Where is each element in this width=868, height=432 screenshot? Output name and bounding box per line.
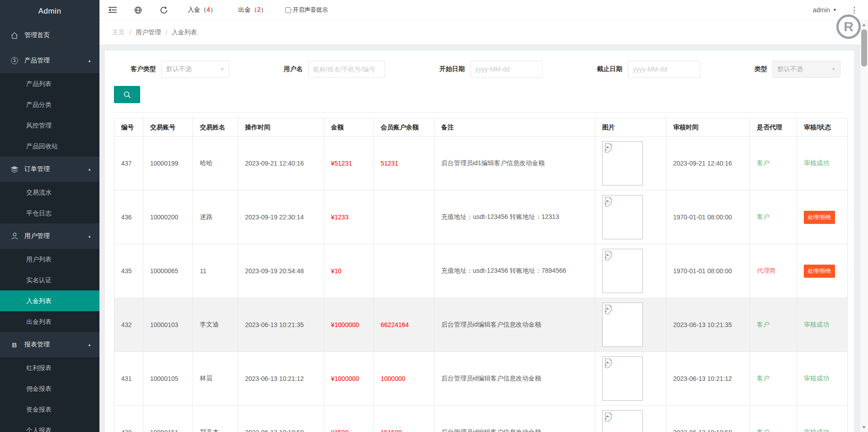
globe-icon[interactable] [125, 0, 151, 20]
broken-image-icon [604, 143, 613, 153]
cell-review-time: 2023-06-13 10:21:12 [666, 352, 750, 406]
sound-alert-checkbox[interactable] [285, 7, 291, 13]
sidebar-item-user-mgmt[interactable]: 用户管理▲ [0, 223, 99, 249]
process-reject-button[interactable]: 处理/拒绝 [804, 265, 835, 278]
cell-review-time: 2023-06-13 10:18:50 [666, 406, 750, 432]
cell-image [595, 244, 666, 298]
cell-agent: 客户 [750, 298, 797, 352]
sidebar-item-label: 佣金报表 [26, 385, 52, 392]
sound-alert-toggle[interactable]: 开启声音提示 [285, 6, 328, 14]
sidebar: Admin 管理首页$产品管理▲产品列表产品分类风控管理产品回收站订单管理▲交易… [0, 0, 99, 432]
table-row: 43710000199哈哈2023-09-21 12:40:16¥5123151… [114, 137, 848, 190]
cell-agent: 客户 [750, 406, 797, 432]
sidebar-item-product-category[interactable]: 产品分类 [0, 94, 99, 115]
end-date-input[interactable] [628, 61, 700, 78]
dollar-icon: $ [10, 57, 19, 64]
table-row: 43110000105林晨2023-06-13 10:21:12¥1000000… [114, 352, 848, 406]
agent-type-text: 客户 [757, 321, 769, 328]
report-icon: B [10, 341, 19, 349]
sidebar-item-product-mgmt[interactable]: $产品管理▲ [0, 48, 99, 73]
agent-type-text: 客户 [757, 159, 769, 166]
chevron-up-icon: ▲ [88, 167, 91, 171]
sidebar-item-product-recycle[interactable]: 产品回收站 [0, 136, 99, 157]
sidebar-item-withdraw-list[interactable]: 出金列表 [0, 311, 99, 332]
cell-id: 432 [114, 298, 143, 352]
sidebar-item-trade-flow[interactable]: 交易流水 [0, 182, 99, 203]
attachment-image[interactable] [602, 141, 643, 185]
sidebar-item-label: 用户列表 [26, 256, 52, 263]
status-text: 审核成功 [804, 375, 829, 382]
sidebar-item-deposit-list[interactable]: 入金列表 [0, 290, 99, 311]
column-header: 交易账号 [143, 119, 193, 137]
sidebar-item-product-list[interactable]: 产品列表 [0, 73, 99, 94]
user-menu[interactable]: admin ▼ [813, 6, 837, 14]
cell-op-time: 2023-06-13 10:21:35 [238, 298, 324, 352]
sidebar-item-label: 订单管理 [24, 165, 88, 173]
cell-status: 处理/拒绝 [797, 190, 848, 244]
cell-status: 处理/拒绝 [797, 244, 848, 298]
scrollbar-thumb[interactable] [861, 29, 867, 66]
table-row: 43610000200迷路2023-09-19 22:30:14¥1233充值地… [114, 190, 848, 244]
scroll-up-arrow-icon[interactable] [862, 24, 866, 26]
deposit-table: 编号交易账号交易姓名操作时间金额会员账户余额备注图片审核时间是否代理审核/状态 … [114, 118, 848, 432]
column-header: 是否代理 [750, 119, 797, 137]
cell-agent: 客户 [750, 352, 797, 406]
type-select[interactable]: 默认不选 ▼ [773, 61, 840, 78]
table-row: 43510000065112023-09-19 20:54:48¥10充值地址：… [114, 244, 848, 298]
cell-name: 11 [193, 244, 238, 298]
sidebar-item-commission-report[interactable]: 佣金报表 [0, 378, 99, 399]
sidebar-item-user-list[interactable]: 用户列表 [0, 249, 99, 270]
cell-id: 437 [114, 137, 143, 190]
cell-name: 郑高杰 [193, 406, 238, 432]
vertical-scrollbar[interactable] [860, 20, 868, 432]
sidebar-item-close-position-log[interactable]: 平仓日志 [0, 203, 99, 223]
refresh-icon[interactable] [151, 0, 177, 20]
start-date-input[interactable] [470, 61, 542, 78]
sidebar-item-label: 资金报表 [26, 406, 52, 413]
breadcrumb-home[interactable]: 主页 [112, 28, 125, 37]
attachment-image[interactable] [602, 195, 643, 239]
sidebar-item-bonus-report[interactable]: 红利报表 [0, 357, 99, 378]
attachment-image[interactable] [602, 356, 643, 401]
cell-balance: 151500 [374, 406, 434, 432]
cell-id: 431 [114, 352, 143, 406]
home-icon [10, 32, 19, 39]
sidebar-item-fund-report[interactable]: 资金报表 [0, 399, 99, 420]
sidebar-item-realname-auth[interactable]: 实名认证 [0, 270, 99, 290]
username-input[interactable] [308, 61, 385, 78]
collapse-sidebar-icon[interactable] [99, 0, 125, 20]
sidebar-item-order-mgmt[interactable]: 订单管理▲ [0, 157, 99, 182]
withdraw-tab[interactable]: 出金（2） [227, 6, 278, 14]
sidebar-item-personal-report[interactable]: 个人报表 [0, 420, 99, 432]
sidebar-item-label: 报表管理 [24, 341, 88, 349]
username: admin [813, 6, 830, 14]
search-button[interactable] [114, 86, 140, 103]
cell-balance [374, 190, 434, 244]
sidebar-item-label: 个人报表 [26, 427, 52, 432]
column-header: 编号 [114, 119, 143, 137]
cell-amount: ¥10 [324, 244, 374, 298]
cell-image [595, 137, 666, 190]
chevron-down-icon: ▼ [831, 67, 835, 71]
sidebar-item-report-mgmt[interactable]: B报表管理▲ [0, 332, 99, 357]
status-text: 审核成功 [804, 428, 829, 432]
customer-type-select[interactable]: 默认不选 ▼ [161, 61, 229, 78]
cell-name: 迷路 [193, 190, 238, 244]
scroll-down-arrow-icon[interactable] [862, 426, 866, 429]
sidebar-item-risk-mgmt[interactable]: 风控管理 [0, 115, 99, 136]
sidebar-item-label: 实名认证 [26, 276, 52, 284]
process-reject-button[interactable]: 处理/拒绝 [804, 211, 835, 224]
cell-account: 10000103 [143, 298, 193, 352]
more-menu-icon[interactable]: ⋮ [850, 5, 858, 15]
status-text: 审核成功 [804, 159, 829, 166]
cell-id: 430 [114, 406, 143, 432]
attachment-image[interactable] [602, 249, 643, 293]
broken-image-icon [604, 412, 613, 422]
table-row: 43210000103李文迪2023-06-13 10:21:35¥100000… [114, 298, 848, 352]
section-divider [114, 112, 845, 113]
sidebar-item-admin-home[interactable]: 管理首页 [0, 23, 99, 48]
broken-image-icon [604, 358, 613, 368]
deposit-tab[interactable]: 入金（4） [177, 6, 227, 14]
attachment-image[interactable] [602, 303, 643, 347]
attachment-image[interactable] [602, 410, 643, 432]
